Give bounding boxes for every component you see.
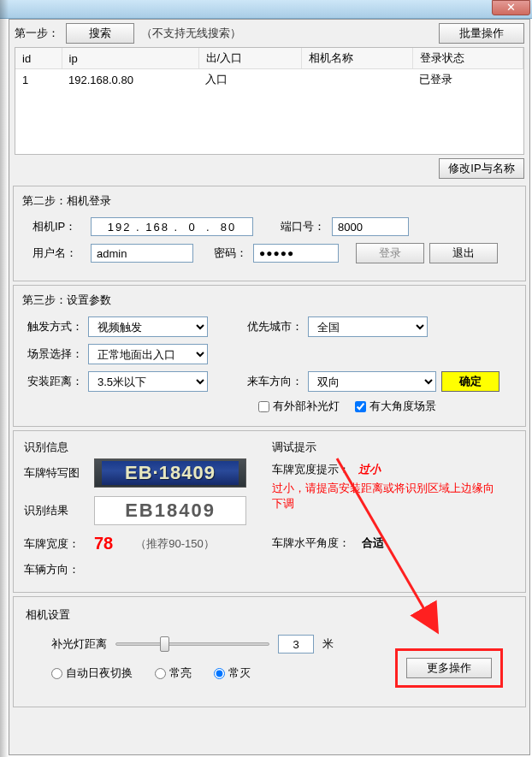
direction-label: 来车方向：: [247, 374, 303, 389]
plate-width-label: 车牌宽度：: [24, 536, 86, 552]
scene-select[interactable]: 正常地面出入口: [88, 344, 208, 364]
table-row[interactable]: 1 192.168.0.80 入口 已登录: [15, 69, 523, 91]
close-icon[interactable]: ✕: [492, 0, 530, 15]
plate-image: EB·18409: [94, 458, 246, 488]
trigger-label: 触发方式：: [27, 319, 83, 334]
window-titlebar: ✕: [0, 0, 532, 19]
batch-button[interactable]: 批量操作: [439, 23, 524, 44]
camera-settings-title: 相机设置: [26, 607, 513, 623]
unit-m: 米: [322, 636, 334, 652]
trigger-select[interactable]: 视频触发: [88, 316, 208, 337]
recognition-title: 识别信息: [24, 440, 272, 455]
col-name: 相机名称: [301, 48, 412, 69]
plate-result: EB18409: [94, 496, 246, 525]
plate-img-label: 车牌特写图: [24, 465, 86, 481]
vehicle-direction-label: 车辆方向：: [24, 562, 80, 577]
camera-table: id ip 出/入口 相机名称 登录状态 1 192.168.0.80 入口 已…: [15, 47, 524, 155]
angle-label: 车牌水平角度：: [272, 536, 350, 549]
mode-on-radio[interactable]: 常亮: [155, 665, 192, 681]
camera-ip-input[interactable]: [91, 217, 253, 236]
col-id: id: [15, 48, 62, 69]
camera-ip-label: 相机IP：: [33, 219, 86, 234]
plate-width-hint: （推荐90-150）: [135, 536, 214, 552]
distance-select[interactable]: 3.5米以下: [88, 371, 208, 392]
external-light-checkbox[interactable]: 有外部补光灯: [258, 399, 340, 414]
more-ops-button[interactable]: 更多操作: [406, 658, 492, 678]
camera-settings-panel: 相机设置 补光灯距离 米 自动日夜切换 常亮 常灭: [13, 596, 526, 707]
username-label: 用户名：: [33, 245, 86, 261]
width-hint-label: 车牌宽度提示：: [272, 463, 350, 476]
light-distance-slider[interactable]: [115, 635, 269, 654]
plate-width-value: 78: [94, 534, 113, 553]
debug-title: 调试提示: [272, 440, 503, 455]
city-select[interactable]: 全国: [308, 316, 428, 337]
col-gate: 出/入口: [198, 48, 301, 69]
step3-title: 第三步：设置参数: [22, 293, 517, 308]
col-status: 登录状态: [412, 48, 523, 69]
angle-value: 合适: [362, 536, 384, 549]
col-ip: ip: [62, 48, 198, 69]
confirm-button[interactable]: 确定: [441, 371, 499, 392]
direction-select[interactable]: 双向: [308, 371, 436, 392]
modify-ip-button[interactable]: 修改IP与名称: [439, 158, 524, 179]
step2-title: 第二步：相机登录: [22, 193, 517, 209]
search-button[interactable]: 搜索: [66, 23, 134, 44]
more-ops-highlight: 更多操作: [395, 648, 503, 688]
width-hint-para: 过小，请提高安装距离或将识别区域上边缘向下调: [272, 481, 503, 512]
step2-panel: 第二步：相机登录 相机IP： 端口号： 用户名： 密码： 登录 退出: [13, 186, 526, 281]
scene-label: 场景选择：: [27, 346, 83, 362]
light-distance-input[interactable]: [278, 635, 314, 654]
city-label: 优先城市：: [247, 319, 303, 334]
width-hint-value: 过小: [358, 463, 381, 476]
step3-panel: 第三步：设置参数 触发方式： 视频触发 优先城市： 全国 场景选择： 正常地面出…: [13, 285, 526, 427]
large-angle-checkbox[interactable]: 有大角度场景: [355, 399, 436, 414]
main-panel: 第一步： 搜索 （不支持无线搜索） 批量操作 id ip 出/入口 相机名称 登…: [9, 19, 530, 755]
logout-button[interactable]: 退出: [429, 243, 498, 263]
mode-auto-radio[interactable]: 自动日夜切换: [51, 665, 133, 681]
recognition-panel: 识别信息 车牌特写图 EB·18409 识别结果 EB18409 车牌宽度： 7…: [13, 430, 526, 593]
username-input[interactable]: [91, 244, 193, 263]
search-note: （不支持无线搜索）: [141, 26, 241, 41]
light-distance-label: 补光灯距离: [51, 636, 107, 652]
step1-label: 第一步：: [15, 26, 59, 41]
mode-off-radio[interactable]: 常灭: [214, 665, 251, 681]
port-label: 端口号：: [281, 219, 327, 234]
password-label: 密码：: [214, 245, 248, 261]
distance-label: 安装距离：: [27, 374, 83, 389]
password-input[interactable]: [253, 244, 339, 263]
port-input[interactable]: [332, 217, 409, 236]
login-button[interactable]: 登录: [356, 243, 424, 263]
result-label: 识别结果: [24, 503, 86, 518]
